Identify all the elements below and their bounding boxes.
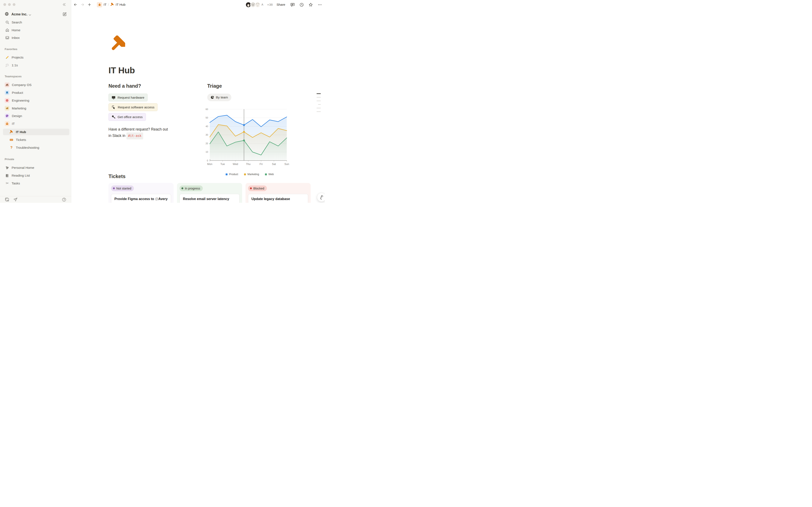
by-team-view-button[interactable]: By team (207, 94, 231, 101)
ticket-card[interactable]: Provide Figma access to @Avery (111, 194, 171, 203)
share-button[interactable]: Share (276, 3, 285, 7)
status-badge[interactable]: In progress (180, 185, 203, 191)
collaborators-extra-count[interactable]: +38 (267, 3, 272, 7)
request-hardware-button[interactable]: Request hardware (108, 94, 148, 101)
sidebar-item-inbox[interactable]: Inbox (3, 35, 69, 41)
window-controls[interactable] (3, 3, 15, 6)
breadcrumb-team-icon[interactable] (97, 2, 102, 7)
sidebar-item-company-os[interactable]: Company OS (3, 81, 69, 88)
favorite-star-icon[interactable] (308, 3, 313, 7)
request-software-button[interactable]: Request software access (108, 103, 158, 111)
ai-face-icon (319, 195, 324, 200)
svg-text:40: 40 (206, 125, 208, 128)
toc-bar[interactable] (316, 101, 321, 101)
pizza-icon (5, 166, 9, 170)
svg-text:20: 20 (206, 142, 208, 145)
laptop-icon (5, 90, 9, 95)
private-section-label: Private (5, 158, 14, 161)
comments-icon[interactable] (290, 3, 295, 7)
back-icon[interactable] (73, 3, 78, 7)
status-dot (113, 187, 115, 189)
calendar-icon[interactable]: 28 (5, 197, 9, 202)
sidebar-item-projects[interactable]: Projects (3, 54, 69, 61)
status-dot (182, 187, 183, 189)
get-office-access-button[interactable]: Get office access (108, 113, 146, 121)
chart-legend: ProductMarketingWeb (204, 173, 295, 176)
sidebar-item-tasks[interactable]: ✂ Tasks (3, 180, 69, 186)
workspace-name: Acme Inc. (11, 12, 28, 16)
breadcrumb: IT / IT Hub (97, 2, 125, 7)
sidebar-item-tickets[interactable]: Tickets (3, 136, 69, 143)
ticket-card[interactable]: Resolve email server latency (180, 194, 240, 203)
svg-text:0: 0 (207, 159, 208, 162)
hammer-icon (9, 130, 13, 134)
key-icon (112, 115, 115, 119)
sidebar-item-troubleshooting[interactable]: ? Troubleshooting (3, 144, 69, 151)
pencil-icon (5, 56, 9, 59)
svg-text:60: 60 (206, 108, 208, 110)
window-close-button[interactable] (3, 3, 6, 6)
slack-note: Have a different request? Reach out in S… (108, 126, 185, 139)
sidebar-item-it-hub[interactable]: IT Hub (3, 129, 69, 135)
sidebar-collapse-icon[interactable] (62, 3, 66, 7)
toc-bar[interactable] (316, 93, 321, 94)
toc-bar[interactable] (318, 104, 321, 105)
svg-text:Fri: Fri (259, 163, 263, 166)
status-dot (250, 187, 252, 189)
pie-chart-icon (211, 96, 214, 99)
legend-swatch (265, 173, 267, 175)
breadcrumb-page[interactable]: IT Hub (116, 3, 125, 7)
add-page-icon[interactable] (87, 3, 92, 7)
board-column-blocked: Blocked Update legacy database (246, 183, 311, 203)
bug-icon (5, 121, 9, 126)
sidebar: Acme Inc. Search Home Inbox Favorites Pr… (0, 0, 71, 203)
window-zoom-button[interactable] (13, 3, 15, 6)
mention-name[interactable]: Avery (158, 197, 168, 201)
sidebar-item-product[interactable]: Product (3, 89, 69, 96)
board-column-not-started: Not started Provide Figma access to @Ave… (108, 183, 173, 203)
avatar-initial[interactable]: A (259, 2, 265, 8)
sidebar-item-search[interactable]: Search (3, 19, 69, 25)
toc-bar[interactable] (316, 97, 321, 98)
status-badge[interactable]: Blocked (248, 185, 267, 191)
sidebar-item-1-1s[interactable]: 1:1s (3, 62, 69, 68)
legend-item: Marketing (244, 173, 259, 176)
more-options-icon[interactable] (318, 3, 322, 7)
sidebar-item-engineering[interactable]: Engineering (3, 97, 69, 104)
page-icon-hammer[interactable] (111, 36, 129, 54)
workspace-switcher[interactable]: Acme Inc. (3, 11, 68, 17)
toc-bar[interactable] (316, 111, 321, 112)
ticket-card[interactable]: Update legacy database (248, 194, 308, 203)
triage-heading: Triage (207, 83, 222, 89)
ai-assistant-button[interactable] (317, 193, 325, 202)
help-icon[interactable] (62, 197, 66, 202)
window-minimize-button[interactable] (8, 3, 11, 6)
sidebar-item-design[interactable]: Design (3, 113, 69, 119)
svg-text:Sun: Sun (285, 163, 289, 166)
send-icon[interactable] (13, 197, 18, 202)
history-clock-icon[interactable] (299, 3, 304, 7)
sidebar-item-reading-list[interactable]: Reading List (3, 172, 69, 179)
favorites-section-label: Favorites (5, 48, 17, 51)
legend-item: Product (225, 173, 238, 176)
sidebar-item-it[interactable]: IT (3, 120, 69, 127)
collaborator-avatars[interactable]: A (246, 2, 265, 8)
breadcrumb-team[interactable]: IT (104, 3, 107, 7)
sidebar-item-home[interactable]: Home (3, 27, 69, 34)
triage-chart[interactable]: 0102030405060MonTueWedThuFriSatSun (204, 108, 295, 171)
forward-icon[interactable] (80, 3, 85, 7)
table-of-contents-indicator[interactable] (316, 93, 321, 115)
svg-text:50: 50 (206, 116, 208, 119)
mention-at: @ (155, 197, 158, 201)
slack-channel-chip[interactable]: #it-ask (126, 132, 143, 139)
chevron-down-icon (29, 13, 31, 17)
toc-bar[interactable] (316, 108, 321, 108)
sidebar-item-personal-home[interactable]: Personal Home (3, 164, 69, 171)
sidebar-item-marketing[interactable]: Marketing (3, 105, 69, 112)
breadcrumb-separator: / (108, 3, 109, 7)
legend-item: Web (265, 173, 273, 176)
svg-text:10: 10 (206, 151, 208, 153)
new-page-icon[interactable] (62, 12, 67, 17)
board-column-in-progress: In progress Resolve email server latency (177, 183, 242, 203)
status-badge[interactable]: Not started (111, 185, 134, 191)
